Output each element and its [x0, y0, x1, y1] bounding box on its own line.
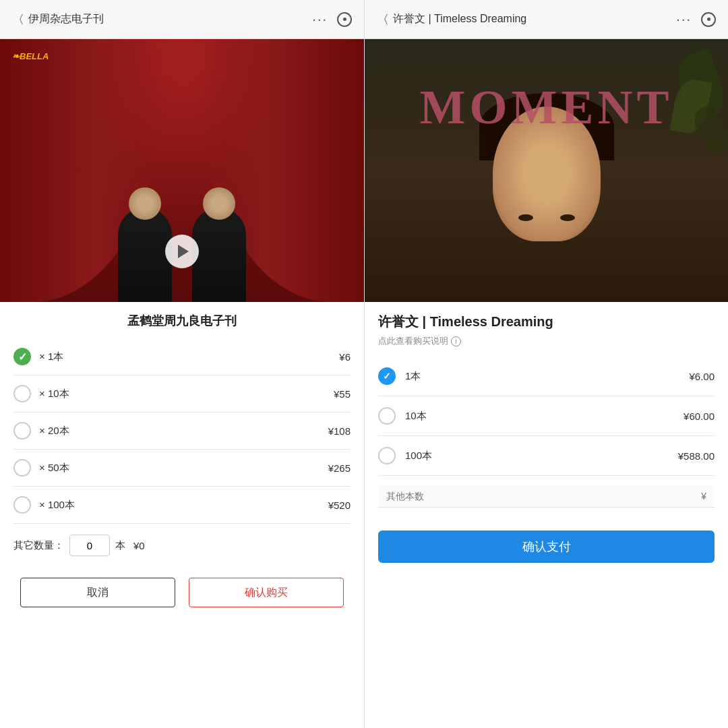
left-option-1[interactable]: ✓ × 1本 ¥6: [13, 338, 351, 375]
left-option-label-1: × 1本: [39, 351, 310, 363]
right-subtitle[interactable]: 点此查看购买说明 i: [378, 335, 715, 357]
left-target-icon[interactable]: [337, 12, 352, 27]
right-panel: 〈 许誉文 | Timeless Dreaming ··· MOMENT: [364, 0, 728, 728]
left-option-3[interactable]: × 20本 ¥108: [13, 413, 351, 450]
right-header: 〈 许誉文 | Timeless Dreaming ···: [365, 0, 728, 39]
moment-text: MOMENT: [365, 80, 728, 135]
right-confirm-button[interactable]: 确认支付: [378, 530, 715, 563]
woman-eyes: [518, 214, 575, 221]
right-custom-row: [378, 476, 715, 517]
left-radio-1[interactable]: ✓: [13, 348, 31, 365]
left-option-2[interactable]: × 10本 ¥55: [13, 375, 351, 413]
left-custom-unit: 本: [115, 539, 125, 552]
person-left: [118, 208, 172, 302]
left-radio-3[interactable]: [13, 422, 31, 439]
left-option-price-5: ¥520: [310, 499, 351, 511]
left-option-price-2: ¥55: [310, 388, 351, 400]
left-product-title: 孟鹤堂周九良电子刊: [13, 302, 351, 338]
left-option-price-4: ¥265: [310, 462, 351, 474]
right-option-label-3: 100本: [405, 450, 678, 462]
right-option-price-3: ¥588.00: [678, 450, 715, 462]
left-radio-4[interactable]: [13, 459, 31, 477]
left-option-label-2: × 10本: [39, 388, 310, 400]
right-custom-price-input[interactable]: [661, 485, 715, 508]
left-option-4[interactable]: × 50本 ¥265: [13, 450, 351, 487]
right-radio-1[interactable]: [378, 367, 396, 385]
left-more-icon[interactable]: ···: [312, 11, 328, 27]
right-radio-2[interactable]: [378, 407, 396, 425]
right-product-title: 许誉文 | Timeless Dreaming: [378, 302, 715, 335]
left-action-row: 取消 确认购买: [13, 567, 351, 621]
right-back-button[interactable]: 〈: [377, 11, 389, 28]
right-option-price-1: ¥6.00: [689, 371, 715, 382]
right-more-icon[interactable]: ···: [676, 11, 692, 27]
play-icon: [178, 245, 189, 258]
left-back-button[interactable]: 〈: [12, 11, 24, 28]
eye-right: [560, 214, 575, 221]
left-option-label-4: × 50本: [39, 462, 310, 475]
left-radio-5[interactable]: [13, 496, 31, 514]
right-option-price-2: ¥60.00: [684, 411, 715, 422]
right-option-label-2: 10本: [405, 410, 684, 423]
right-option-1[interactable]: 1本 ¥6.00: [378, 357, 715, 396]
right-radio-3[interactable]: [378, 447, 396, 464]
left-check-1: ✓: [18, 351, 27, 363]
right-option-label-1: 1本: [405, 370, 689, 383]
eye-left: [518, 214, 533, 221]
confirm-buy-button[interactable]: 确认购买: [189, 578, 344, 607]
left-cover-image: ❧BELLA: [0, 39, 364, 302]
right-cover-image: MOMENT: [365, 39, 728, 302]
right-option-2[interactable]: 10本 ¥60.00: [378, 396, 715, 436]
bella-logo: ❧BELLA: [12, 51, 49, 61]
left-custom-input[interactable]: [69, 535, 110, 556]
right-content: 许誉文 | Timeless Dreaming 点此查看购买说明 i 1本 ¥6…: [365, 302, 728, 728]
left-custom-qty-row: 其它数量： 本 ¥0: [13, 524, 351, 567]
left-panel: 〈 伊周杂志电子刊 ··· ❧BELLA 孟鹤堂周九良电子刊 ✓ × 1本 ¥6: [0, 0, 364, 728]
left-option-price-1: ¥6: [310, 351, 351, 363]
left-content: 孟鹤堂周九良电子刊 ✓ × 1本 ¥6 × 10本 ¥55 × 20本 ¥108…: [0, 302, 364, 728]
left-custom-price: ¥0: [133, 540, 145, 551]
right-subtitle-text: 点此查看购买说明: [378, 335, 448, 347]
person-right: [192, 208, 246, 302]
right-custom-input[interactable]: [378, 485, 661, 508]
right-header-title: 许誉文 | Timeless Dreaming: [393, 12, 676, 26]
left-header: 〈 伊周杂志电子刊 ···: [0, 0, 364, 39]
left-radio-2[interactable]: [13, 385, 31, 402]
left-option-price-3: ¥108: [310, 425, 351, 437]
left-option-5[interactable]: × 100本 ¥520: [13, 487, 351, 524]
info-icon: i: [451, 336, 461, 346]
left-custom-label: 其它数量：: [13, 539, 64, 552]
play-button[interactable]: [165, 235, 199, 268]
left-header-title: 伊周杂志电子刊: [28, 12, 312, 26]
left-option-label-5: × 100本: [39, 499, 310, 512]
right-option-3[interactable]: 100本 ¥588.00: [378, 436, 715, 476]
cancel-button[interactable]: 取消: [20, 578, 175, 607]
left-option-label-3: × 20本: [39, 425, 310, 437]
right-target-icon[interactable]: [701, 12, 716, 27]
